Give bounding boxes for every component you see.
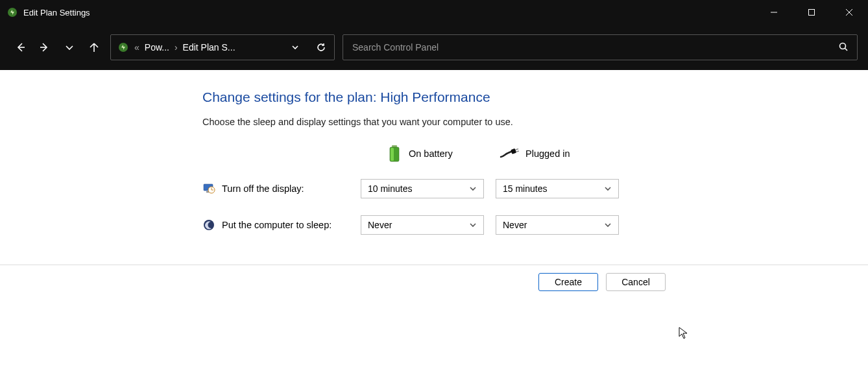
row-display-label: Turn off the display: [202,182,349,195]
power-options-icon [117,41,129,53]
back-button[interactable] [12,39,29,56]
maximize-button[interactable] [793,0,830,25]
page-heading: Change settings for the plan: High Perfo… [202,89,868,105]
svg-rect-12 [391,148,394,161]
display-plugged-value: 15 minutes [503,183,604,194]
address-history-button[interactable] [289,43,302,52]
sleep-battery-value: Never [368,220,469,230]
search-input[interactable] [352,42,839,53]
address-bar[interactable]: « Pow... › Edit Plan S... [110,34,335,60]
sleep-plugged-select[interactable]: Never [496,215,619,235]
breadcrumb-current[interactable]: Edit Plan S... [183,42,235,53]
svg-line-15 [516,151,519,152]
sleep-moon-icon [202,219,215,231]
title-bar: Edit Plan Settings [0,0,868,25]
chevron-down-icon [469,185,477,193]
svg-rect-2 [809,10,815,16]
create-button-label: Create [555,277,582,287]
navigation-bar: « Pow... › Edit Plan S... [0,25,868,70]
recent-locations-button[interactable] [61,39,78,56]
svg-rect-10 [392,145,397,147]
sleep-plugged-value: Never [503,220,604,230]
content-area: Change settings for the plan: High Perfo… [0,70,868,235]
row-display-label-text: Turn off the display: [222,183,304,194]
close-button[interactable] [830,0,868,25]
cancel-button[interactable]: Cancel [606,273,666,291]
breadcrumb-parent[interactable]: Pow... [145,42,169,53]
settings-grid: On battery Plugged in [202,145,868,235]
mouse-cursor [679,327,689,340]
cancel-button-label: Cancel [621,277,650,287]
chevron-down-icon [604,221,612,229]
sleep-battery-select[interactable]: Never [361,215,484,235]
column-header-plugged: Plugged in [500,145,619,162]
breadcrumb-prefix: « [134,42,139,53]
row-sleep-label-text: Put the computer to sleep: [222,220,332,230]
display-battery-value: 10 minutes [368,183,469,194]
display-plugged-select[interactable]: 15 minutes [496,179,619,198]
window-controls [755,0,868,25]
column-header-battery-label: On battery [409,148,453,159]
svg-line-9 [845,48,848,51]
search-bar[interactable] [343,34,858,60]
row-sleep-label: Put the computer to sleep: [202,219,349,231]
forward-button[interactable] [36,39,53,56]
display-timer-icon [202,182,215,195]
window-title: Edit Plan Settings [23,8,90,18]
create-button[interactable]: Create [538,273,598,291]
column-header-plugged-label: Plugged in [525,148,570,159]
display-battery-select[interactable]: 10 minutes [361,179,484,198]
svg-line-14 [516,149,518,150]
chevron-down-icon [469,221,477,229]
chevron-down-icon [604,185,612,193]
plug-icon [500,145,519,162]
up-button[interactable] [86,39,102,56]
search-icon [839,42,848,53]
minimize-button[interactable] [755,0,793,25]
chevron-right-icon: › [175,42,178,53]
refresh-button[interactable] [315,43,328,52]
svg-point-8 [840,43,846,49]
battery-icon [387,145,402,162]
page-subheading: Choose the sleep and display settings th… [202,117,868,127]
footer-buttons: Create Cancel [0,265,868,291]
column-header-battery: On battery [361,145,484,162]
power-plan-app-icon [6,6,18,18]
